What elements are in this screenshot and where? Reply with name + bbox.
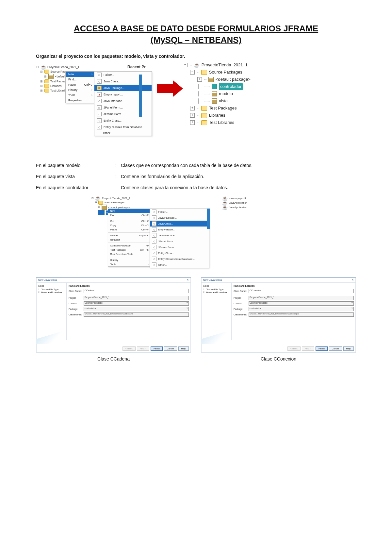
menu-item[interactable]: ◇Other...	[150, 262, 209, 268]
location-select[interactable]: Source Packages	[84, 301, 189, 306]
cancel-button[interactable]: Cancel	[329, 346, 342, 351]
field-label: Class Name:	[69, 290, 82, 292]
desc-label: En el paquete modelo	[36, 163, 111, 168]
figure-project-setup: ⊟☕ProyectoTienda_2021_1 ⊟Source Packages…	[36, 65, 356, 146]
step-item: 2. Name and Location	[203, 291, 229, 294]
collapse-icon[interactable]: −	[183, 63, 188, 67]
menu-item[interactable]: ◇Java Class...	[150, 221, 209, 227]
menu-item[interactable]: ◇Entity Class...	[150, 250, 209, 256]
menu-item[interactable]: ◇JFrame Form...	[150, 244, 209, 250]
class-icon: ◇	[97, 79, 102, 84]
field-label: Package:	[69, 308, 82, 310]
expand-icon[interactable]: +	[190, 106, 195, 110]
menu-item[interactable]: Compile PackageF9	[108, 244, 151, 248]
expand-icon[interactable]: +	[190, 120, 195, 125]
dialog-title: New Java Class	[38, 278, 57, 281]
list-item[interactable]: JavaApplication	[229, 201, 247, 205]
menu-tools[interactable]: Tools›	[66, 92, 95, 98]
menu-item[interactable]: CutCtrl+X	[108, 219, 151, 223]
cancel-button[interactable]: Cancel	[164, 346, 177, 351]
menu-item[interactable]: Refactor	[108, 238, 151, 242]
colon: :	[111, 163, 121, 168]
source-packages-node[interactable]: Source Packages	[104, 200, 125, 205]
field-label: Class Name:	[234, 290, 247, 292]
class-name-input[interactable]: CCadena	[84, 289, 189, 293]
package-select[interactable]: controlador	[249, 307, 354, 311]
class-name-input[interactable]: CConexion	[249, 289, 354, 293]
menu-java-class[interactable]: ◇Java Class...	[94, 78, 152, 85]
form-heading: Name and Location	[69, 285, 189, 287]
created-file-field: C:\Users\...\ProyectoTienda_2021_1\src\c…	[249, 312, 354, 317]
menu-new[interactable]: New›	[66, 72, 95, 77]
menu-item[interactable]: Find...Ctrl+F	[108, 213, 151, 217]
menu-find[interactable]: Find...	[66, 77, 95, 82]
collapse-icon[interactable]: −	[190, 70, 195, 75]
package-icon	[98, 201, 103, 205]
folder-icon: ▭	[97, 73, 102, 77]
captions-row: Clase CCadena Clase CConexion	[36, 356, 356, 362]
menu-jframe-form[interactable]: ▭JFrame Form...	[94, 111, 152, 117]
test-libraries-node[interactable]: Test Libraries	[209, 119, 234, 126]
steps-heading: Steps	[203, 285, 229, 287]
list-item[interactable]: JavaApplication	[229, 205, 247, 210]
menu-item[interactable]: ◇JPanel Form...	[150, 238, 209, 244]
menu-item[interactable]: History›	[108, 258, 151, 262]
menu-item[interactable]: Tools›	[108, 262, 151, 266]
finish-button[interactable]: Finish	[316, 346, 328, 351]
menu-java-package[interactable]: ▦Java Package...	[94, 85, 152, 91]
menu-entity-from-db[interactable]: ◇Entity Classes from Database...	[94, 124, 152, 130]
help-button[interactable]: Help	[178, 346, 189, 351]
menu-entity-class[interactable]: ◇Entity Class...	[94, 117, 152, 124]
package-icon	[98, 210, 105, 215]
wizard-ccadena: New Java Class✕ Steps 1. Choose File Typ…	[36, 277, 191, 353]
libraries-node[interactable]: Libraries	[209, 112, 225, 119]
finish-button[interactable]: Finish	[151, 346, 163, 351]
menu-item[interactable]: ◇Entity Classes from Database...	[150, 256, 209, 262]
expand-icon[interactable]: +	[197, 77, 202, 82]
list-item[interactable]: mavenproject1	[229, 196, 246, 201]
package-select[interactable]: controlador	[84, 307, 189, 311]
desc-text: Contiene los formularios de la aplicació…	[121, 174, 356, 179]
menu-item[interactable]: ◇Java Package...	[150, 215, 209, 221]
menu-item[interactable]: Test PackageCtrl+F6	[108, 248, 151, 252]
menu-item[interactable]: ◇Java Interface...	[150, 232, 209, 238]
test-packages-node[interactable]: Test Packages	[209, 105, 237, 112]
menu-item[interactable]: ◇Folder...	[150, 209, 209, 215]
package-controlador[interactable]: controlador	[219, 83, 243, 90]
menu-empty-report[interactable]: ▲Empty report...	[94, 91, 152, 98]
field-label: Location:	[234, 302, 247, 305]
expand-icon[interactable]: +	[190, 113, 195, 118]
help-button[interactable]: Help	[343, 346, 354, 351]
menu-item[interactable]: Run Selenium Tests	[108, 252, 151, 256]
form-heading: Name and Location	[234, 285, 354, 287]
context-menu-primary: New› Find... PasteCtrl+V History› Tools›…	[65, 71, 95, 103]
step-item: 2. Name and Location	[38, 291, 64, 294]
menu-properties[interactable]: Properties	[66, 98, 95, 103]
menu-jpanel-form[interactable]: ▭JPanel Form...	[94, 104, 152, 111]
menu-item[interactable]: DeleteSuprimir	[108, 233, 151, 238]
menu-paste[interactable]: PasteCtrl+V	[66, 82, 95, 87]
menu-other[interactable]: Other...	[94, 130, 152, 136]
menu-java-interface[interactable]: ◇Java Interface...	[94, 98, 152, 104]
wizard-cconexion: New Java Class✕ Steps 1. Choose File Typ…	[201, 277, 356, 353]
libraries-node[interactable]: Libraries	[50, 84, 62, 88]
entity-icon: ◇	[97, 118, 102, 123]
page-title: ACCESO A BASE DE DATO DESDE FORMULARIOS …	[36, 23, 356, 46]
menu-item[interactable]: CopyCtrl+C	[108, 223, 151, 227]
package-modelo[interactable]: modelo	[219, 90, 233, 97]
default-package-node[interactable]: <default package>	[216, 76, 251, 83]
close-icon[interactable]: ✕	[187, 278, 189, 281]
menu-folder[interactable]: ▭Folder...	[94, 72, 152, 78]
menu-item[interactable]: New	[108, 209, 151, 213]
menu-item[interactable]: ◇Empty report...	[150, 227, 209, 232]
source-packages-node[interactable]: Source Packages	[209, 69, 242, 76]
package-vista[interactable]: vista	[219, 97, 228, 105]
library-icon	[201, 113, 207, 118]
menu-history[interactable]: History›	[66, 87, 95, 92]
package-icon	[201, 70, 207, 75]
menu-item[interactable]: PasteCtrl+V	[108, 227, 151, 232]
location-select[interactable]: Source Packages	[249, 301, 354, 306]
close-icon[interactable]: ✕	[351, 278, 354, 281]
java-icon: ☕	[222, 196, 228, 201]
package-icon: ▦	[97, 86, 102, 90]
